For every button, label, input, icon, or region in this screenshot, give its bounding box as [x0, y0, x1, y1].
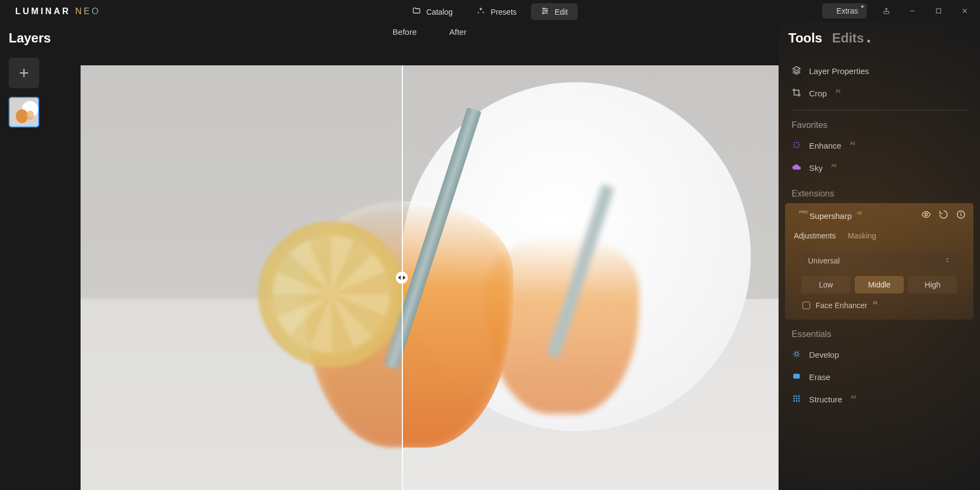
tool-layer-properties-label: Layer Properties	[809, 66, 869, 76]
nav-presets[interactable]: Presets	[467, 3, 526, 20]
svg-point-25	[798, 395, 800, 397]
face-enhancer-checkbox[interactable]: Face Enhancer AI	[803, 301, 956, 310]
thumbnail-image-icon	[10, 98, 38, 126]
extras-button[interactable]: Extras	[822, 3, 867, 19]
info-icon[interactable]	[956, 210, 966, 222]
reset-icon[interactable]	[939, 210, 948, 222]
tab-edits[interactable]: Edits	[832, 30, 864, 46]
svg-point-16	[26, 111, 34, 120]
after-label: After	[449, 27, 467, 36]
logo-text-a: LUMINAR	[15, 7, 71, 16]
tools-panel: Tools Edits Layer Properties Crop AI Fav…	[779, 22, 980, 490]
supersharp-header[interactable]: PRO Supersharp AI	[785, 203, 973, 228]
svg-point-28	[798, 398, 800, 400]
tool-erase[interactable]: Erase	[788, 366, 970, 388]
svg-point-5	[542, 13, 544, 14]
svg-point-20	[961, 213, 961, 213]
svg-point-23	[793, 395, 795, 397]
layers-panel: Layers	[0, 22, 81, 490]
ai-badge: AI	[873, 300, 878, 305]
svg-point-1	[543, 8, 544, 10]
supersharp-subtabs: Adjustments Masking	[785, 228, 973, 246]
section-essentials: Essentials	[792, 329, 970, 339]
svg-point-31	[798, 400, 800, 402]
supersharp-intensity: Low Middle High	[801, 276, 957, 293]
titlebar-right: Extras	[822, 3, 971, 19]
section-favorites: Favorites	[792, 120, 970, 130]
panel-tabs: Tools Edits	[788, 30, 970, 46]
tool-crop[interactable]: Crop AI	[788, 82, 970, 105]
svg-point-27	[796, 398, 798, 400]
intensity-middle[interactable]: Middle	[855, 276, 904, 293]
tool-structure[interactable]: Structure AI	[788, 388, 970, 411]
ai-badge: AI	[851, 394, 856, 400]
extras-label: Extras	[836, 7, 858, 15]
tool-structure-label: Structure	[809, 395, 842, 404]
enhance-icon	[792, 140, 801, 151]
supersharp-mode-value: Universal	[808, 256, 840, 265]
extras-notification-dot	[861, 5, 863, 8]
layers-title: Layers	[9, 30, 72, 46]
pro-badge: PRO	[799, 210, 808, 214]
crop-icon	[792, 88, 801, 99]
svg-point-3	[546, 10, 547, 12]
nav-catalog[interactable]: Catalog	[402, 3, 462, 20]
intensity-high[interactable]: High	[908, 276, 957, 293]
supersharp-mode-select[interactable]: Universal	[801, 252, 957, 270]
svg-point-21	[795, 352, 798, 356]
tool-layer-properties[interactable]: Layer Properties	[788, 60, 970, 82]
checkbox-icon	[803, 302, 810, 309]
face-enhancer-label: Face Enhancer	[816, 301, 867, 310]
develop-icon	[792, 349, 801, 360]
svg-rect-8	[936, 9, 941, 13]
tool-supersharp-panel: PRO Supersharp AI Adjustments Masking Un…	[785, 203, 973, 320]
updown-icon	[944, 256, 951, 265]
tab-tools[interactable]: Tools	[788, 30, 822, 46]
tool-sky[interactable]: Sky AI	[788, 157, 970, 179]
window-minimize[interactable]	[906, 4, 919, 17]
before-label: Before	[393, 27, 416, 36]
tool-develop[interactable]: Develop	[788, 344, 970, 366]
cloud-icon	[792, 162, 801, 174]
tool-sky-label: Sky	[809, 163, 823, 173]
intensity-low[interactable]: Low	[801, 276, 850, 293]
share-button[interactable]	[880, 4, 893, 17]
main-nav: Catalog Presets Edit	[402, 3, 578, 20]
svg-point-17	[925, 213, 928, 216]
layers-icon	[792, 65, 801, 77]
sliders-icon	[541, 7, 549, 17]
erase-icon	[792, 371, 801, 383]
app-logo: LUMINAR NEO	[15, 7, 101, 16]
compare-slider-handle[interactable]	[396, 272, 408, 284]
svg-rect-22	[793, 374, 800, 379]
subtab-adjustments[interactable]: Adjustments	[794, 231, 836, 240]
edits-indicator-dot	[867, 40, 870, 42]
ai-badge: AI	[857, 210, 862, 216]
nav-edit[interactable]: Edit	[531, 3, 578, 20]
nav-catalog-label: Catalog	[426, 8, 452, 16]
add-layer-button[interactable]	[9, 58, 39, 88]
tool-develop-label: Develop	[809, 350, 839, 359]
logo-text-b: NEO	[75, 7, 101, 16]
ai-badge: AI	[836, 88, 841, 94]
supersharp-title: Supersharp	[810, 211, 852, 220]
tool-crop-label: Crop	[809, 89, 827, 98]
tool-enhance[interactable]: Enhance AI	[788, 134, 970, 157]
svg-point-24	[796, 395, 798, 397]
nav-edit-label: Edit	[555, 8, 568, 16]
svg-point-29	[793, 400, 795, 402]
titlebar: LUMINAR NEO Catalog Presets Edit	[0, 0, 980, 22]
section-extensions: Extensions	[792, 189, 970, 199]
before-side-overlay	[81, 65, 402, 490]
image-viewport[interactable]	[81, 65, 779, 490]
tool-erase-label: Erase	[809, 372, 830, 382]
window-close[interactable]	[958, 4, 971, 17]
ai-badge: AI	[831, 163, 837, 168]
layer-thumbnail[interactable]	[9, 97, 39, 127]
structure-icon	[792, 394, 801, 405]
window-maximize[interactable]	[932, 4, 945, 17]
visibility-icon[interactable]	[921, 210, 931, 222]
subtab-masking[interactable]: Masking	[848, 231, 876, 240]
ai-badge: AI	[850, 140, 855, 146]
tool-enhance-label: Enhance	[809, 141, 841, 150]
